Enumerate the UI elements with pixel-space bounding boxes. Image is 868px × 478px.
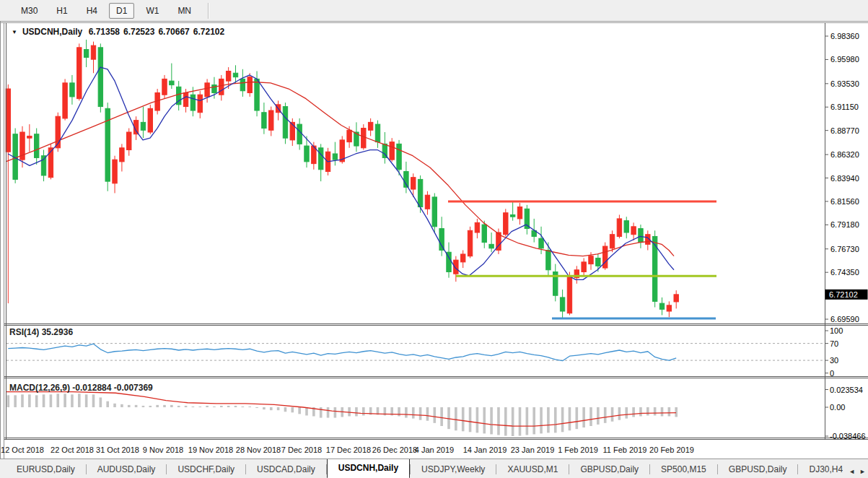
chart-symbol: USDCNH,Daily <box>22 27 82 37</box>
rsi-label: RSI(14) 35.2936 <box>9 327 73 337</box>
period-button-m30[interactable]: M30 <box>14 3 45 19</box>
date-axis-label: 7 Dec 2018 <box>281 446 322 454</box>
date-axis-label: 14 Jan 2019 <box>463 446 507 454</box>
ohlc-high: 6.72523 <box>123 27 154 37</box>
rsi-panel-surface[interactable] <box>6 326 824 376</box>
period-toolbar: M30H1H4D1W1MN <box>0 0 868 22</box>
date-axis-label: 9 Nov 2018 <box>143 446 183 454</box>
price-axis-label: 6.69590 <box>830 315 859 323</box>
price-axis-label: 6.86320 <box>830 150 859 159</box>
tab-usdcad-daily[interactable]: USDCAD,Daily <box>246 461 326 478</box>
current-price-label: 6.72102 <box>829 290 858 299</box>
tab-scroll-arrows: ◄ ► <box>844 468 866 475</box>
date-axis-label: 31 Oct 2018 <box>96 446 139 454</box>
tab-gbpusd-daily[interactable]: GBPUSD,Daily <box>718 461 798 478</box>
rsi-axis-label: 70 <box>830 339 838 348</box>
date-axis-label: 20 Feb 2019 <box>649 446 694 454</box>
price-axis-label: 6.98360 <box>830 32 859 40</box>
macd-axis-label: -0.038466 <box>830 432 866 440</box>
macd-axis-label: 0.023534 <box>830 386 863 394</box>
toolbar-separator <box>208 3 209 19</box>
date-axis-label: 4 Jan 2019 <box>415 446 454 454</box>
date-axis-label: 12 Oct 2018 <box>1 446 44 454</box>
macd-axis-label: 0.00 <box>830 403 845 412</box>
date-axis-label: 28 Nov 2018 <box>236 446 281 454</box>
tab-xauusd-m1[interactable]: XAUUSD,M1 <box>496 461 569 478</box>
date-axis-label: 17 Dec 2018 <box>326 446 371 454</box>
tab-dj30-h4[interactable]: DJ30,H4 <box>798 461 843 478</box>
price-axis-label: 6.83940 <box>830 174 859 183</box>
tab-sp500-m15[interactable]: SP500,M15 <box>650 461 717 478</box>
price-axis-label: 6.74350 <box>830 268 859 277</box>
ohlc-close: 6.72102 <box>193 27 224 37</box>
price-axis-label: 6.91150 <box>830 103 859 111</box>
macd-label: MACD(12,26,9) -0.012884 -0.007369 <box>9 383 153 393</box>
symbol-dropdown-icon[interactable]: ▼ <box>12 29 17 35</box>
ohlc-low: 6.70667 <box>158 27 189 37</box>
period-buttons: M30H1H4D1W1MN <box>0 0 201 21</box>
main-chart-surface[interactable] <box>6 24 824 323</box>
tab-usdchf-daily[interactable]: USDCHF,Daily <box>167 461 245 478</box>
tab-audusd-daily[interactable]: AUDUSD,Daily <box>87 461 167 478</box>
ohlc-open: 6.71358 <box>89 27 120 37</box>
date-axis-label: 23 Jan 2019 <box>511 446 555 454</box>
period-button-d1[interactable]: D1 <box>109 3 134 19</box>
date-axis-label: 22 Oct 2018 <box>51 446 94 454</box>
price-axis-label: 6.76730 <box>830 245 859 253</box>
price-axis-label: 6.81560 <box>830 197 859 206</box>
tab-scroll-right-icon[interactable]: ► <box>859 468 866 475</box>
chart-tabs: EURUSD,DailyAUDUSD,DailyUSDCHF,DailyUSDC… <box>0 459 843 478</box>
chart-tabbar: EURUSD,DailyAUDUSD,DailyUSDCHF,DailyUSDC… <box>0 459 868 478</box>
price-axis-label: 6.88770 <box>830 126 859 135</box>
chart-window: 6.983606.959806.935306.911506.887706.863… <box>0 22 868 459</box>
tab-usdcnh-daily-active[interactable]: USDCNH,Daily <box>327 459 410 478</box>
chart-title: ▼USDCNH,Daily 6.713586.725236.706676.721… <box>12 27 228 37</box>
rsi-axis-label: 30 <box>830 356 838 365</box>
rsi-axis-label: 0 <box>830 369 834 378</box>
period-button-h1[interactable]: H1 <box>49 3 74 19</box>
period-button-h4[interactable]: H4 <box>79 3 105 19</box>
date-axis-label: 19 Nov 2018 <box>188 446 233 454</box>
price-axis-label: 6.93530 <box>830 79 859 88</box>
price-axis-label: 6.95980 <box>830 55 859 64</box>
tab-usdjpy-weekly[interactable]: USDJPY,Weekly <box>411 461 496 478</box>
date-axis-label: 26 Dec 2018 <box>372 446 417 454</box>
period-button-mn[interactable]: MN <box>170 3 198 19</box>
date-axis-label: 1 Feb 2019 <box>558 446 598 454</box>
price-axis-label: 6.79180 <box>830 220 859 229</box>
chart-canvas[interactable]: 6.983606.959806.935306.911506.887706.863… <box>0 22 868 459</box>
date-axis-label: 11 Feb 2019 <box>603 446 647 454</box>
tab-eurusd-daily[interactable]: EURUSD,Daily <box>6 461 86 478</box>
tab-gbpusd-daily[interactable]: GBPUSD,Daily <box>569 461 649 478</box>
tab-scroll-left-icon[interactable]: ◄ <box>849 468 855 475</box>
rsi-axis-label: 100 <box>830 326 843 335</box>
period-button-w1[interactable]: W1 <box>139 3 166 19</box>
